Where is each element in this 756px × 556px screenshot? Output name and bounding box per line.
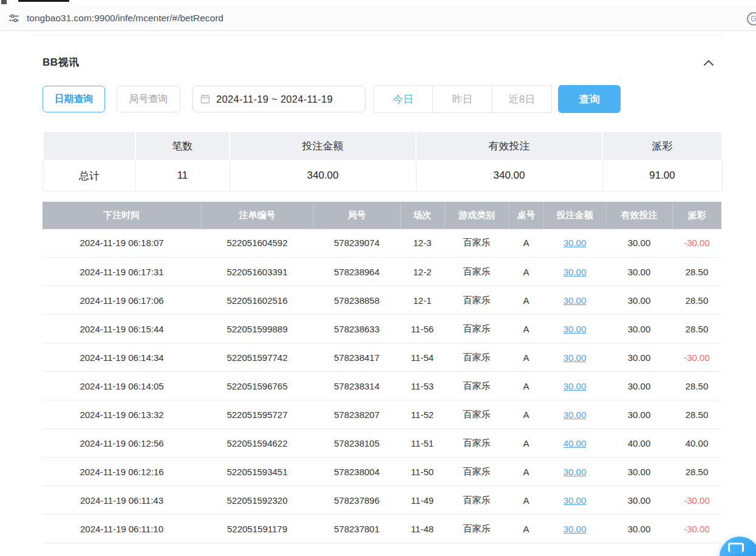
cell-bet-amount: 30.00 bbox=[543, 458, 606, 486]
col-header-session: 场次 bbox=[400, 202, 444, 229]
records-header-row: 下注时间 注单编号 局号 场次 游戏类别 桌号 投注金额 有效投注 派彩 bbox=[43, 202, 721, 229]
panel-divider bbox=[33, 35, 723, 35]
cell-bet-amount: 30.00 bbox=[543, 286, 606, 315]
cell-table-no: A bbox=[509, 372, 543, 400]
cell-bet-time: 2024-11-19 06:14:05 bbox=[43, 372, 201, 400]
cell-bet-id: 522051593451 bbox=[201, 458, 313, 486]
cell-bet-amount: 30.00 bbox=[543, 258, 606, 286]
cell-payout: -30.00 bbox=[672, 515, 721, 543]
today-button[interactable]: 今日 bbox=[373, 85, 433, 113]
cell-round-no: 578237896 bbox=[313, 486, 400, 515]
customer-service-button[interactable] bbox=[720, 537, 756, 556]
col-header-round-no: 局号 bbox=[313, 202, 400, 229]
cell-session: 11-50 bbox=[400, 458, 444, 486]
cell-game-type: 百家乐 bbox=[444, 286, 509, 315]
date-range-input[interactable]: 2024-11-19 ~ 2024-11-19 bbox=[192, 86, 366, 112]
cell-payout: -30.00 bbox=[672, 229, 721, 258]
bet-amount-link[interactable]: 40.00 bbox=[564, 438, 587, 448]
cell-table-no: A bbox=[509, 458, 543, 486]
cell-table-no: A bbox=[509, 258, 543, 286]
date-range-value: 2024-11-19 ~ 2024-11-19 bbox=[216, 94, 333, 105]
summary-total-payout: 91.00 bbox=[602, 160, 722, 191]
cell-payout: 28.50 bbox=[672, 315, 721, 343]
cell-bet-id: 522051595727 bbox=[201, 400, 313, 429]
cell-session: 12-3 bbox=[400, 229, 444, 258]
cell-game-type: 百家乐 bbox=[444, 229, 509, 258]
bet-amount-link[interactable]: 30.00 bbox=[564, 381, 587, 391]
address-bar[interactable]: tongbao31.com:9900/infe/mcenter/#/betRec… bbox=[0, 6, 756, 31]
summary-table: 笔数 投注金额 有效投注 派彩 总计 11 340.00 340.00 91.0… bbox=[43, 131, 723, 191]
cell-game-type: 百家乐 bbox=[444, 486, 509, 515]
summary-total-bet-amount: 340.00 bbox=[230, 160, 416, 191]
cell-bet-time: 2024-11-19 06:13:32 bbox=[43, 400, 201, 429]
cell-table-no: A bbox=[509, 286, 543, 315]
summary-header-row: 笔数 投注金额 有效投注 派彩 bbox=[43, 131, 722, 160]
customer-service-icon bbox=[728, 543, 744, 552]
site-settings-icon[interactable] bbox=[9, 13, 19, 24]
last-8-days-button[interactable]: 近8日 bbox=[492, 85, 552, 113]
cell-payout: -30.00 bbox=[672, 486, 721, 515]
cell-bet-id: 522051597742 bbox=[201, 343, 313, 372]
cell-game-type: 百家乐 bbox=[444, 315, 509, 343]
summary-total-count: 11 bbox=[135, 160, 230, 191]
cell-table-no: A bbox=[509, 315, 543, 343]
cell-valid-bet: 30.00 bbox=[606, 286, 672, 315]
date-query-button[interactable]: 日期查询 bbox=[43, 86, 105, 112]
cell-round-no: 578238207 bbox=[313, 400, 400, 429]
col-header-table-no: 桌号 bbox=[509, 202, 543, 229]
cell-session: 11-56 bbox=[400, 315, 444, 343]
cell-payout: 28.50 bbox=[672, 286, 721, 315]
cell-session: 11-48 bbox=[400, 515, 444, 543]
bet-amount-link[interactable]: 30.00 bbox=[564, 524, 587, 534]
panel-header: BB视讯 bbox=[43, 55, 721, 69]
cell-bet-time: 2024-11-19 06:18:07 bbox=[43, 229, 201, 258]
summary-header-blank bbox=[43, 131, 135, 160]
cell-round-no: 578238858 bbox=[313, 286, 400, 315]
cell-valid-bet: 30.00 bbox=[606, 515, 672, 543]
bet-amount-link[interactable]: 30.00 bbox=[564, 495, 587, 506]
cell-table-no: A bbox=[509, 486, 543, 515]
tab-strip bbox=[0, 0, 756, 6]
bet-amount-link[interactable]: 30.00 bbox=[564, 324, 587, 334]
cell-valid-bet: 30.00 bbox=[606, 372, 672, 400]
cell-valid-bet: 30.00 bbox=[606, 315, 672, 343]
bet-amount-link[interactable]: 30.00 bbox=[564, 295, 587, 306]
yesterday-button[interactable]: 昨日 bbox=[433, 85, 492, 113]
cell-bet-amount: 30.00 bbox=[543, 400, 606, 429]
summary-total-label: 总计 bbox=[43, 160, 135, 191]
col-header-bet-amount: 投注金额 bbox=[543, 202, 606, 229]
bet-amount-link[interactable]: 30.00 bbox=[564, 352, 587, 363]
cell-bet-id: 522051596765 bbox=[201, 372, 313, 400]
round-query-button[interactable]: 局号查询 bbox=[117, 86, 180, 112]
page-title: BB视讯 bbox=[43, 55, 80, 69]
cell-valid-bet: 30.00 bbox=[606, 486, 672, 515]
cell-bet-id: 522051591179 bbox=[201, 515, 313, 543]
bet-amount-link[interactable]: 30.00 bbox=[564, 267, 587, 277]
bet-amount-link[interactable]: 30.00 bbox=[564, 410, 587, 420]
summary-total-row: 总计 11 340.00 340.00 91.00 bbox=[43, 160, 722, 191]
bet-amount-link[interactable]: 30.00 bbox=[564, 467, 587, 477]
filter-toolbar: 日期查询 局号查询 2024-11-19 ~ 2024-11-19 今日 昨日 … bbox=[43, 85, 721, 113]
cell-bet-time: 2024-11-19 06:11:10 bbox=[43, 515, 201, 543]
cell-valid-bet: 30.00 bbox=[606, 400, 672, 429]
cell-round-no: 578238004 bbox=[313, 458, 400, 486]
table-row: 2024-11-19 06:12:16 522051593451 5782380… bbox=[43, 458, 721, 486]
browser-chrome: tongbao31.com:9900/infe/mcenter/#/betRec… bbox=[0, 0, 756, 31]
collapse-icon[interactable] bbox=[703, 59, 714, 66]
cell-game-type: 百家乐 bbox=[444, 372, 509, 400]
cell-bet-amount: 30.00 bbox=[543, 486, 606, 515]
search-button[interactable]: 查询 bbox=[558, 85, 621, 113]
bet-records-table: 下注时间 注单编号 局号 场次 游戏类别 桌号 投注金额 有效投注 派彩 202… bbox=[43, 202, 721, 544]
col-header-game-type: 游戏类别 bbox=[444, 202, 509, 229]
quick-range-group: 今日 昨日 近8日 bbox=[373, 85, 552, 113]
cell-bet-time: 2024-11-19 06:12:56 bbox=[43, 429, 201, 458]
cell-table-no: A bbox=[509, 429, 543, 458]
cell-bet-id: 522051602516 bbox=[201, 286, 313, 315]
cell-bet-amount: 30.00 bbox=[543, 229, 606, 258]
cell-valid-bet: 40.00 bbox=[606, 429, 672, 458]
bet-amount-link[interactable]: 30.00 bbox=[564, 238, 587, 248]
cell-bet-amount: 30.00 bbox=[543, 315, 606, 343]
browser-extension-icon[interactable]: G bbox=[747, 12, 756, 26]
cell-payout: -30.00 bbox=[672, 343, 721, 372]
col-header-payout: 派彩 bbox=[672, 202, 721, 229]
